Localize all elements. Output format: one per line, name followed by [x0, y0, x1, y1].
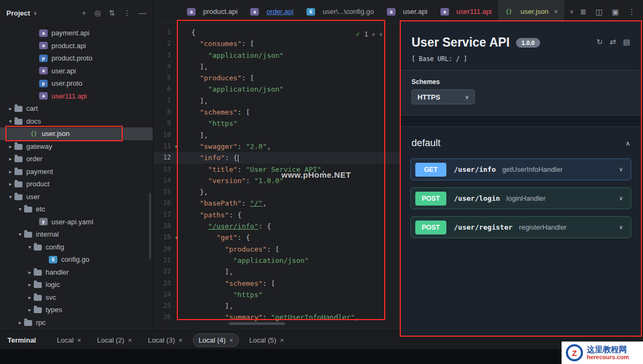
- tree-item-types[interactable]: ▸types: [0, 304, 153, 316]
- expanded-chevron-icon[interactable]: ▾: [6, 118, 14, 124]
- code-line[interactable]: 14 "version": "1.0.0": [154, 175, 401, 186]
- tree-item-user-api-yaml[interactable]: yuser-api.yaml: [0, 216, 153, 229]
- horizontal-scrollbar[interactable]: [229, 322, 285, 325]
- tree-item-cart[interactable]: ▸cart: [0, 102, 153, 115]
- next-issue-icon[interactable]: ∨: [379, 29, 383, 40]
- terminal-tab-local[interactable]: Local×: [51, 333, 87, 347]
- tree-item-internal[interactable]: ▾internal: [0, 228, 153, 241]
- tree-item-payment-api[interactable]: apayment.api: [0, 27, 153, 40]
- tree-item-user-json[interactable]: {}user.json: [0, 127, 153, 140]
- compare-icon[interactable]: ⇄: [610, 37, 616, 46]
- code-line[interactable]: 5 "produces": [: [154, 72, 401, 84]
- tree-item-docs[interactable]: ▾docs: [0, 115, 153, 128]
- tree-item-config-go[interactable]: Gconfig.go: [0, 253, 153, 266]
- tree-item-svc[interactable]: ▸svc: [0, 291, 153, 304]
- tree-item-user111-api[interactable]: auser111.api: [0, 90, 153, 103]
- code-line[interactable]: 24 "https": [154, 289, 401, 300]
- tree-item-product[interactable]: ▸product: [0, 178, 153, 191]
- collapsed-chevron-icon[interactable]: ▸: [6, 143, 14, 149]
- code-line[interactable]: 13 "title": "User Service API",: [154, 164, 401, 175]
- code-line[interactable]: 20 "produces": [: [154, 244, 401, 255]
- terminal-tab-local-5[interactable]: Local (5)×: [243, 333, 290, 347]
- project-selector[interactable]: Project ∨: [6, 9, 37, 17]
- code-line[interactable]: 10 ],: [154, 130, 401, 141]
- tree-item-config[interactable]: ▾config: [0, 241, 153, 254]
- close-icon[interactable]: ×: [280, 337, 284, 344]
- close-icon[interactable]: ×: [229, 337, 233, 344]
- code-line[interactable]: 6 "application/json": [154, 84, 401, 95]
- target-icon[interactable]: ◎: [94, 9, 101, 17]
- tree-item-user-proto[interactable]: puser.proto: [0, 77, 153, 90]
- scheme-select[interactable]: HTTPS ∨: [412, 89, 475, 104]
- close-icon[interactable]: ×: [178, 337, 182, 344]
- endpoint-row-user-info[interactable]: GET/user/infogetUserInfoHandler∨: [410, 158, 631, 180]
- expanded-chevron-icon[interactable]: ▾: [16, 231, 24, 237]
- terminal-tab-local-2[interactable]: Local (2)×: [91, 333, 138, 347]
- hidden-tabs-chevron-icon[interactable]: ∨: [570, 9, 573, 14]
- tree-item-logic[interactable]: ▸logic: [0, 278, 153, 291]
- terminal-tab-local-4[interactable]: Local (4)×: [193, 333, 240, 347]
- tree-item-product-proto[interactable]: pproduct.proto: [0, 52, 153, 65]
- code-line[interactable]: 12 "info": {: [154, 152, 401, 163]
- tree-item-product-api[interactable]: aproduct.api: [0, 40, 153, 52]
- play-marker-icon[interactable]: ▶: [171, 141, 183, 152]
- split-icon[interactable]: ◫: [596, 7, 603, 16]
- code-editor[interactable]: 1{2 "consumes": [3 "application/json"4 ]…: [154, 24, 401, 328]
- code-line[interactable]: 7 ],: [154, 95, 401, 107]
- chevron-down-icon[interactable]: ∨: [619, 224, 623, 231]
- collapsed-chevron-icon[interactable]: ▸: [6, 156, 14, 162]
- more-icon[interactable]: ⋮: [123, 9, 131, 17]
- inspection-widget[interactable]: ✓ 1 ∧ ∨: [355, 29, 383, 40]
- tree-item-handler[interactable]: ▸handler: [0, 266, 153, 279]
- dot-marker-icon[interactable]: ◉: [171, 232, 183, 243]
- endpoint-row-user-register[interactable]: POST/user/registerregisterHandler∨: [410, 216, 631, 238]
- tab-user111-api[interactable]: auser111.api: [434, 0, 498, 23]
- code-line[interactable]: 9 "https": [154, 118, 401, 129]
- code-line[interactable]: 18 "/user/info": {: [154, 221, 401, 232]
- code-line[interactable]: 17 "paths": {: [154, 209, 401, 221]
- collapsed-chevron-icon[interactable]: ▸: [6, 181, 14, 187]
- prev-issue-icon[interactable]: ∧: [372, 29, 376, 40]
- collapsed-chevron-icon[interactable]: ▸: [26, 307, 34, 313]
- code-line[interactable]: 22 ],: [154, 266, 401, 277]
- code-line[interactable]: 23 "schemes": [: [154, 278, 401, 289]
- close-icon[interactable]: ×: [128, 337, 132, 344]
- tree-item-etc[interactable]: ▾etc: [0, 203, 153, 216]
- tree-item-rpc[interactable]: ▸rpc: [0, 316, 153, 329]
- code-line[interactable]: 11▶ "swagger": "2.0",: [154, 141, 401, 152]
- preview-icon[interactable]: ▣: [612, 7, 619, 16]
- expanded-chevron-icon[interactable]: ▾: [16, 206, 24, 212]
- close-icon[interactable]: ×: [554, 7, 558, 16]
- plus-icon[interactable]: +: [82, 9, 86, 17]
- code-line[interactable]: 25 ],: [154, 300, 401, 312]
- code-line[interactable]: 4 ],: [154, 61, 401, 72]
- tab-product-api[interactable]: aproduct.api: [181, 0, 244, 23]
- refresh-icon[interactable]: ↻: [596, 37, 603, 46]
- collapsed-chevron-icon[interactable]: ▸: [26, 269, 34, 275]
- chevron-down-icon[interactable]: ∨: [619, 195, 623, 202]
- more-icon[interactable]: ⋮: [628, 7, 635, 16]
- tab-user-json[interactable]: {}user.json×: [498, 0, 565, 23]
- code-line[interactable]: 8 "schemes": [: [154, 107, 401, 118]
- tree-item-user[interactable]: ▾user: [0, 191, 153, 203]
- expanded-chevron-icon[interactable]: ▾: [26, 244, 34, 250]
- tab-user-config-go[interactable]: Guser\...\config.go: [300, 0, 380, 23]
- minimize-icon[interactable]: —: [139, 9, 146, 17]
- code-line[interactable]: 3 "application/json": [154, 50, 401, 61]
- code-line[interactable]: 16 "basePath": "/",: [154, 198, 401, 209]
- tab-order-api[interactable]: aorder.api: [244, 0, 300, 23]
- code-line[interactable]: 26 "summary": "getUserInfoHandler",: [154, 312, 401, 323]
- tree-item-payment[interactable]: ▸payment: [0, 165, 153, 178]
- tab-user-api[interactable]: auser.api: [380, 0, 434, 23]
- code-line[interactable]: 21 "application/json": [154, 255, 401, 266]
- endpoint-row-user-login[interactable]: POST/user/loginloginHandler∨: [410, 187, 631, 209]
- tree-item-gateway[interactable]: ▸gateway: [0, 140, 153, 153]
- collapsed-chevron-icon[interactable]: ▸: [6, 105, 14, 111]
- terminal-tab-local-3[interactable]: Local (3)×: [142, 333, 189, 347]
- doc-icon[interactable]: ▤: [623, 37, 630, 46]
- collapsed-chevron-icon[interactable]: ▸: [6, 169, 14, 175]
- swap-icon[interactable]: ⇅: [109, 9, 115, 17]
- expanded-chevron-icon[interactable]: ▾: [6, 194, 14, 200]
- tree-item-order[interactable]: ▸order: [0, 153, 153, 165]
- chevron-down-icon[interactable]: ∨: [619, 166, 623, 173]
